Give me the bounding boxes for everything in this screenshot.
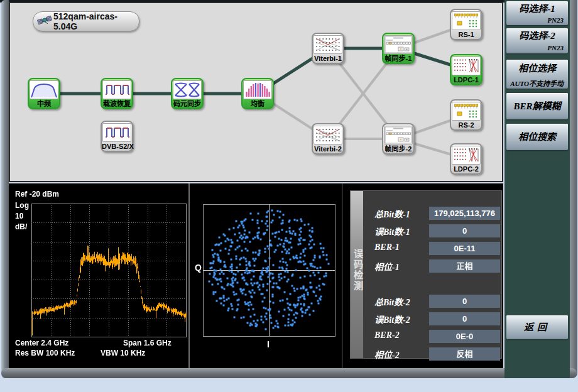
sidebar-button-code-select-2[interactable]: 码选择-2PN23 [506,28,568,53]
squarewave-icon [102,123,131,142]
ber-panel-title: 误码检测 [351,249,364,291]
spectrum-span: Span 1.6 GHz [123,339,172,347]
ber-row-value: 0E-0 [429,330,500,343]
rs-icon [452,102,481,121]
monitor-zone: Ref -20 dBm Log 10 dB/ Center 2.4 GHz Sp… [9,183,503,368]
sidebar-button-phase-search[interactable]: 相位搜索 [506,124,568,150]
ber-row-ber-1: BER-10E-11 [366,242,500,255]
ber-panel-side-strip: 误码检测 [351,191,363,358]
ber-row-total-bits-2: 总Bit数-20 [366,295,500,308]
sidebar-button-label: 返回 [506,315,568,339]
constellation-display [190,183,342,368]
trellis-icon [314,35,342,54]
trellis-icon [314,126,342,144]
constellation-q-axis-label: Q [195,263,202,273]
ldpc-icon [452,146,481,165]
ber-row-value: 0 [429,312,500,325]
block-label: LDPC-2 [451,165,481,174]
ber-row-label: 误Bit数-2 [374,313,410,325]
ber-row-label: 总Bit数-1 [374,207,410,220]
sidebar-button-sublabel: AUTO不支持手动 [506,78,568,88]
block-carrier-recovery[interactable]: 载波恢复 [101,78,133,109]
ber-row-label: 误Bit数-1 [374,225,410,237]
block-equalizer[interactable]: 均衡 [241,78,274,109]
block-label: 码元同步 [172,99,202,109]
ber-row-value: 179,025,113,776 [429,207,500,220]
block-rs-1[interactable]: RS-1 [450,9,483,40]
signal-profile-button[interactable]: 512qam-aircas-5.04G [33,11,139,31]
sidebar-button-phase-select[interactable]: 相位选择AUTO不支持手动 [506,60,568,89]
ber-row-label: BER-1 [374,242,400,253]
ber-row-phase-2: 相位-2反相 [366,347,500,361]
ber-row-value: 反相 [429,347,500,361]
ber-row-value: 0E-11 [429,242,500,255]
squarewave-icon [102,80,131,99]
block-label: 载波恢复 [102,99,132,109]
ber-row-label: 相位-2 [374,348,400,361]
sidebar-button-label: 相位选择 [506,60,568,78]
block-label: Viterbi-1 [313,54,343,63]
frame-left [1,0,9,378]
block-label: RS-1 [451,30,481,40]
block-label: 中频 [29,99,59,109]
spectrum-scale-value: 10 [15,212,23,220]
constellation-i-axis-label: I [267,339,270,349]
block-dvb-s2x[interactable]: DVB-S2/X [101,121,133,152]
spectrum-icon [30,80,58,99]
satellite-icon [37,13,52,30]
block-label: 均衡 [243,99,273,109]
ber-row-phase-1: 相位-1正相 [366,259,500,273]
spectrum-center-freq: Center 2.4 GHz [15,339,68,347]
ber-row-value: 0 [429,295,500,308]
ber-row-value: 正相 [429,259,500,273]
sidebar-button-ber-deambiguity[interactable]: BER解模糊 [506,93,568,119]
block-if[interactable]: 中频 [28,78,60,109]
ber-row-total-bits-1: 总Bit数-1179,025,113,776 [366,207,500,220]
rs-icon [452,11,481,30]
ber-row-label: 总Bit数-2 [374,295,410,308]
ber-row-value: 0 [429,224,500,237]
spectrum-scale-log: Log [15,201,29,210]
bars-icon [243,80,272,99]
block-symbol-sync[interactable]: 码元同步 [171,78,204,109]
block-label: Viterbi-2 [313,144,343,154]
ber-row-label: BER-2 [374,330,400,340]
ber-row-ber-2: BER-20E-0 [366,330,500,343]
eye-icon [173,80,202,99]
block-ldpc-2[interactable]: LDPC-2 [450,143,483,175]
ldpc-icon [452,57,481,75]
ber-row-label: 相位-1 [374,260,400,273]
sidebar: 码选择-1PN23码选择-2PN23相位选择AUTO不支持手动BER解模糊相位搜… [504,0,570,378]
block-viterbi-2[interactable]: Viterbi-2 [312,123,344,155]
block-label: DVB-S2/X [102,142,132,151]
block-viterbi-1[interactable]: Viterbi-1 [312,33,344,64]
frame-bottom [1,368,577,378]
block-ldpc-1[interactable]: LDPC-1 [450,54,483,85]
block-label: RS-2 [451,121,481,130]
ber-row-error-bits-2: 误Bit数-20 [366,312,500,325]
sidebar-button-label: 相位搜索 [506,124,568,150]
spectrum-scale-unit: dB/ [15,222,27,231]
sidebar-button-sublabel: PN23 [506,44,568,52]
framesync-icon [384,35,413,54]
ber-row-error-bits-1: 误Bit数-10 [366,224,500,237]
sidebar-button-label: BER解模糊 [506,93,568,119]
block-frame-sync-2[interactable]: 帧同步-2 [382,123,415,155]
spectrum-rbw: Res BW 100 KHz [15,349,75,357]
sidebar-button-label: 码选择-2 [506,28,568,44]
sidebar-button-code-select-1[interactable]: 码选择-1PN23 [506,1,568,25]
sidebar-button-back[interactable]: 返回 [506,315,568,339]
frame-right [569,0,577,378]
ber-panel: 误码检测 总Bit数-1179,025,113,776误Bit数-10BER-1… [350,190,502,359]
spectrum-vbw: VBW 10 KHz [101,349,145,357]
demodulator-app: 512qam-aircas-5.04G 中频载波恢复码元同步DVB-S2/X均衡… [0,0,578,392]
framesync-icon [384,126,413,144]
block-label: 帧同步-1 [383,54,413,63]
signal-profile-label: 512qam-aircas-5.04G [53,11,139,31]
signal-chain-panel: 512qam-aircas-5.04G 中频载波恢复码元同步DVB-S2/X均衡… [9,2,503,182]
sidebar-button-sublabel: PN23 [506,16,568,24]
block-rs-2[interactable]: RS-2 [450,99,483,131]
block-label: LDPC-1 [451,75,481,85]
block-label: 帧同步-2 [383,144,413,154]
block-frame-sync-1[interactable]: 帧同步-1 [382,33,415,64]
